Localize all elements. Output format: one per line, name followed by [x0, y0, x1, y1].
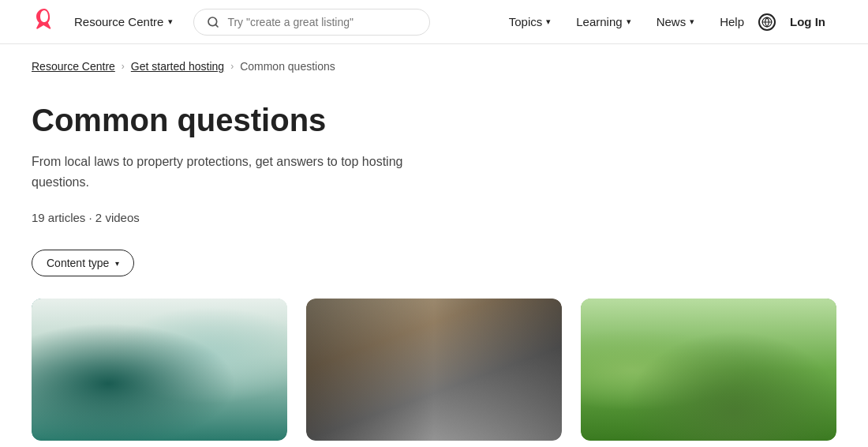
login-button[interactable]: Log In [779, 9, 836, 35]
card-3[interactable] [581, 299, 836, 441]
cards-row [32, 299, 836, 441]
page-description: From local laws to property protections,… [32, 152, 426, 192]
filter-row: Content type ▾ [32, 250, 836, 276]
learning-label: Learning [576, 15, 622, 28]
learning-chevron-icon: ▾ [627, 17, 631, 27]
breadcrumb-sep-2: › [230, 61, 234, 72]
main-content: Common questions From local laws to prop… [0, 73, 868, 441]
search-icon [207, 16, 219, 28]
news-button[interactable]: News ▾ [645, 9, 706, 35]
breadcrumb-current: Common questions [240, 60, 335, 73]
navbar: Resource Centre ▾ Topics ▾ Learning ▾ Ne… [0, 0, 868, 44]
login-label: Log In [790, 15, 825, 28]
chevron-down-icon: ▾ [168, 17, 173, 27]
logo[interactable] [32, 8, 57, 36]
help-label: Help [720, 15, 744, 28]
card-2-image [306, 299, 562, 441]
help-button[interactable]: Help [709, 9, 755, 35]
search-bar[interactable] [193, 9, 430, 36]
page-title: Common questions [32, 101, 836, 139]
topics-label: Topics [509, 15, 543, 28]
news-chevron-icon: ▾ [690, 17, 694, 27]
news-label: News [657, 15, 687, 28]
card-3-image [581, 299, 836, 441]
globe-icon [761, 17, 773, 28]
article-count: 19 articles · 2 videos [32, 211, 836, 224]
breadcrumb-resource-centre[interactable]: Resource Centre [32, 60, 115, 73]
breadcrumb-sep-1: › [122, 61, 125, 72]
breadcrumb-get-started[interactable]: Get started hosting [131, 60, 224, 73]
search-input[interactable] [227, 16, 417, 28]
card-1-image [32, 299, 287, 441]
globe-button[interactable] [758, 13, 776, 31]
resource-centre-label: Resource Centre [74, 15, 163, 28]
content-type-filter-button[interactable]: Content type ▾ [32, 250, 134, 276]
breadcrumb: Resource Centre › Get started hosting › … [0, 44, 868, 73]
filter-chevron-icon: ▾ [115, 259, 119, 268]
content-type-label: Content type [47, 257, 109, 269]
svg-line-1 [215, 24, 218, 27]
topics-button[interactable]: Topics ▾ [498, 9, 563, 35]
airbnb-logo-icon [32, 8, 57, 33]
nav-right: Topics ▾ Learning ▾ News ▾ Help Log In [498, 9, 836, 35]
card-1[interactable] [32, 299, 287, 441]
learning-button[interactable]: Learning ▾ [565, 9, 642, 35]
card-2[interactable] [306, 299, 562, 441]
resource-centre-button[interactable]: Resource Centre ▾ [66, 10, 181, 33]
topics-chevron-icon: ▾ [546, 17, 551, 27]
